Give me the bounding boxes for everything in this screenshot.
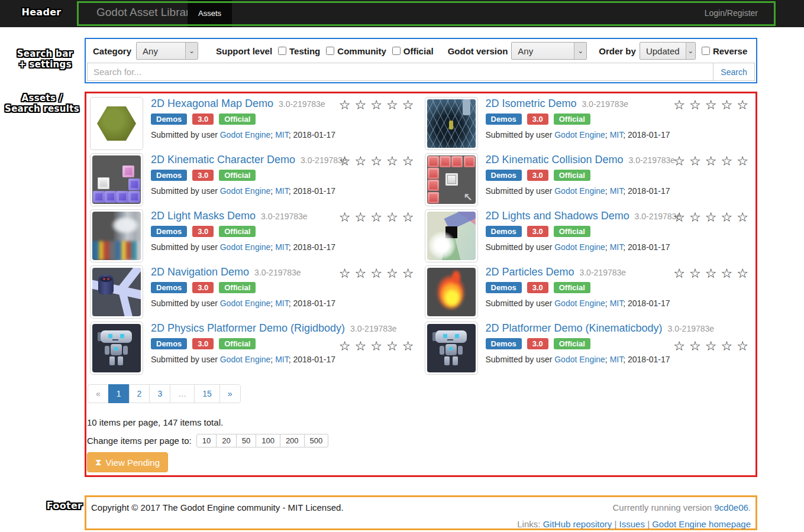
category-badge[interactable]: Demos	[151, 338, 187, 349]
asset-thumbnail[interactable]	[425, 322, 478, 375]
license-link[interactable]: MIT	[610, 186, 624, 196]
search-input[interactable]	[88, 63, 713, 80]
godot-version-select[interactable]: Any ⌄	[511, 42, 587, 60]
reverse-checkbox[interactable]	[702, 47, 710, 55]
asset-thumbnail[interactable]	[90, 322, 143, 375]
asset-title-link[interactable]: 2D Hexagonal Map Demo	[151, 98, 273, 109]
asset-date: 2018-01-17	[293, 355, 335, 364]
category-badge[interactable]: Demos	[486, 113, 522, 125]
license-link[interactable]: MIT	[275, 130, 289, 140]
page-size-20[interactable]: 20	[216, 434, 236, 447]
tab-assets[interactable]: Assets	[188, 0, 232, 27]
rating-stars: ☆☆☆☆☆	[673, 339, 748, 354]
asset-thumbnail[interactable]: ↖	[425, 153, 478, 206]
asset-title-link[interactable]: 2D Light Masks Demo	[151, 210, 256, 222]
search-button[interactable]: Search	[713, 63, 754, 80]
author-link[interactable]: Godot Engine	[220, 186, 271, 196]
pagination-page-2[interactable]: 2	[129, 384, 150, 403]
pagination-page-15[interactable]: 15	[194, 384, 220, 403]
author-link[interactable]: Godot Engine	[554, 299, 605, 308]
asset-version: 3.0-219783e	[582, 99, 628, 109]
star-icon: ☆	[370, 210, 382, 225]
godot-homepage-link[interactable]: Godot Engine homepage	[652, 519, 751, 529]
author-link[interactable]: Godot Engine	[220, 299, 271, 308]
testing-checkbox-group[interactable]: Testing	[278, 46, 320, 56]
asset-thumbnail[interactable]	[90, 209, 143, 262]
page-size-100[interactable]: 100	[256, 434, 280, 447]
order-by-select[interactable]: Updated ⌄	[640, 42, 696, 60]
star-icon: ☆	[673, 339, 685, 353]
license-link[interactable]: MIT	[275, 299, 289, 308]
asset-card: ☆☆☆☆☆ 2D Hexagonal Map Demo 3.0-219783e …	[86, 93, 421, 150]
star-icon: ☆	[386, 98, 398, 112]
author-link[interactable]: Godot Engine	[220, 242, 271, 252]
category-badge[interactable]: Demos	[151, 113, 187, 125]
license-link[interactable]: MIT	[275, 355, 289, 364]
category-badge[interactable]: Demos	[486, 170, 522, 181]
pagination-prev[interactable]: «	[88, 384, 109, 403]
site-brand[interactable]: Godot Asset Library	[96, 6, 195, 19]
pagination-next[interactable]: »	[219, 384, 241, 403]
asset-title-link[interactable]: 2D Platformer Demo (Kinematicbody)	[486, 322, 663, 334]
page-size-200[interactable]: 200	[280, 434, 305, 447]
official-checkbox-group[interactable]: Official	[392, 46, 434, 56]
page-size-10[interactable]: 10	[196, 434, 217, 447]
asset-thumbnail[interactable]	[90, 153, 143, 206]
version-badge: 3.0	[527, 113, 548, 125]
page-size-500[interactable]: 500	[304, 434, 329, 447]
asset-title-link[interactable]: 2D Navigation Demo	[151, 266, 249, 278]
license-link[interactable]: MIT	[610, 242, 624, 252]
author-link[interactable]: Godot Engine	[220, 355, 271, 364]
star-icon: ☆	[721, 98, 733, 112]
community-checkbox[interactable]	[326, 47, 334, 55]
license-link[interactable]: MIT	[610, 130, 624, 140]
author-link[interactable]: Godot Engine	[220, 130, 271, 140]
asset-title-link[interactable]: 2D Lights and Shadows Demo	[486, 210, 629, 222]
asset-date: 2018-01-17	[628, 242, 670, 252]
support-level-label: Support level	[216, 46, 272, 56]
issues-link[interactable]: Issues	[619, 519, 645, 529]
asset-version: 3.0-219783e	[261, 212, 308, 221]
license-link[interactable]: MIT	[610, 299, 624, 308]
category-badge[interactable]: Demos	[151, 170, 187, 181]
author-link[interactable]: Godot Engine	[554, 130, 605, 140]
community-checkbox-group[interactable]: Community	[326, 46, 386, 56]
github-repository-link[interactable]: GitHub repository	[543, 519, 612, 529]
author-link[interactable]: Godot Engine	[554, 186, 605, 196]
category-badge[interactable]: Demos	[151, 226, 187, 237]
license-link[interactable]: MIT	[275, 242, 289, 252]
category-badge[interactable]: Demos	[486, 226, 522, 237]
asset-title-link[interactable]: 2D Physics Platformer Demo (Rigidbody)	[151, 322, 345, 334]
asset-title-link[interactable]: 2D Kinematic Collision Demo	[486, 154, 624, 166]
asset-version: 3.0-219783e	[350, 324, 397, 333]
category-select[interactable]: Any ⌄	[136, 42, 198, 60]
license-link[interactable]: MIT	[275, 186, 289, 196]
category-badge[interactable]: Demos	[486, 282, 522, 293]
login-register-link[interactable]: Login/Register	[705, 8, 758, 18]
version-badge: 3.0	[527, 170, 548, 181]
version-link[interactable]: 9cd0e06	[714, 502, 748, 512]
asset-title-link[interactable]: 2D Particles Demo	[486, 266, 574, 278]
view-pending-button[interactable]: ⧗ View Pending	[87, 452, 168, 472]
asset-thumbnail[interactable]	[425, 209, 478, 262]
license-link[interactable]: MIT	[610, 355, 624, 364]
author-link[interactable]: Godot Engine	[554, 355, 605, 364]
asset-title-link[interactable]: 2D Isometric Demo	[486, 98, 577, 109]
category-label: Category	[93, 46, 131, 56]
order-by-label: Order by	[599, 46, 636, 56]
star-icon: ☆	[705, 339, 717, 353]
pagination-page-1[interactable]: 1	[108, 384, 130, 403]
category-badge[interactable]: Demos	[486, 338, 522, 349]
asset-thumbnail[interactable]	[425, 97, 478, 150]
official-checkbox[interactable]	[392, 47, 401, 55]
pagination-page-3[interactable]: 3	[149, 384, 170, 403]
author-link[interactable]: Godot Engine	[554, 242, 605, 252]
asset-title-link[interactable]: 2D Kinematic Character Demo	[151, 154, 295, 166]
reverse-checkbox-group[interactable]: Reverse	[702, 46, 747, 56]
asset-thumbnail[interactable]	[90, 265, 143, 319]
testing-checkbox[interactable]	[278, 47, 286, 55]
asset-thumbnail[interactable]	[90, 97, 143, 150]
page-size-50[interactable]: 50	[236, 434, 256, 447]
category-badge[interactable]: Demos	[151, 282, 187, 293]
asset-thumbnail[interactable]	[425, 265, 478, 319]
